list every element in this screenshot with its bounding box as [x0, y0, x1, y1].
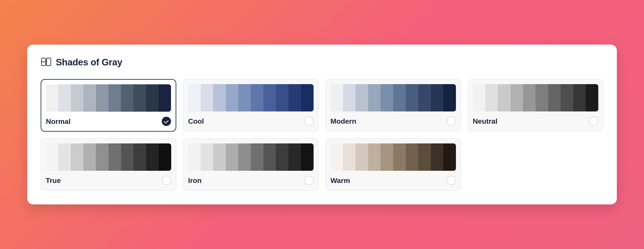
palette-swatch-normal [46, 84, 171, 112]
palette-name-warm: Warm [330, 176, 350, 185]
palette-radio-cool[interactable] [304, 117, 314, 126]
palette-item-true[interactable]: True [41, 138, 176, 191]
palette-compare-icon [41, 56, 52, 68]
palette-name-true: True [46, 176, 61, 185]
palette-swatch-neutral [473, 84, 598, 111]
palette-radio-iron[interactable] [304, 176, 314, 185]
palette-radio-modern[interactable] [447, 117, 456, 126]
palette-name-neutral: Neutral [473, 117, 498, 125]
palette-swatch-true [46, 143, 171, 171]
card-header: Shades of Gray [41, 56, 603, 68]
palette-item-cool[interactable]: Cool [183, 79, 319, 132]
palette-grid: NormalCoolModernNeutralTrueIronWarm [41, 79, 603, 191]
palette-swatch-cool [188, 84, 314, 111]
svg-rect-1 [46, 58, 51, 66]
main-card: Shades of Gray NormalCoolModernNeutralTr… [27, 45, 617, 204]
palette-radio-true[interactable] [162, 176, 171, 185]
palette-item-iron[interactable]: Iron [183, 138, 319, 191]
palette-item-warm[interactable]: Warm [325, 138, 461, 191]
palette-item-normal[interactable]: Normal [41, 79, 176, 132]
palette-item-modern[interactable]: Modern [325, 79, 461, 132]
palette-radio-normal[interactable] [162, 117, 171, 126]
card-title: Shades of Gray [56, 57, 122, 67]
palette-name-normal: Normal [46, 117, 70, 126]
palette-name-iron: Iron [188, 176, 202, 185]
palette-swatch-warm [330, 143, 456, 171]
palette-radio-warm[interactable] [447, 176, 456, 185]
palette-item-neutral[interactable]: Neutral [468, 79, 603, 132]
palette-swatch-modern [330, 84, 456, 111]
palette-swatch-iron [188, 143, 314, 171]
palette-name-modern: Modern [330, 117, 356, 125]
palette-radio-neutral[interactable] [589, 117, 598, 126]
palette-name-cool: Cool [188, 117, 204, 125]
